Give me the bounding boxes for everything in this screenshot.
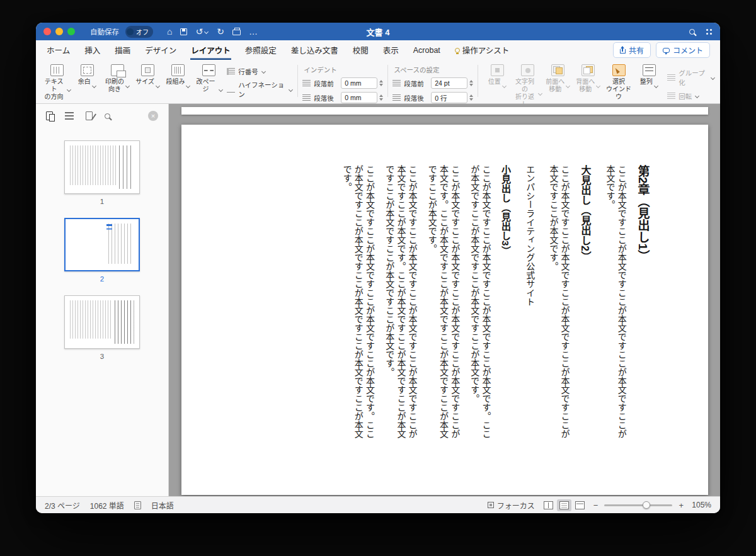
- margins-button[interactable]: 余白: [72, 62, 101, 93]
- page-number-2: 2: [100, 275, 104, 283]
- page-break-button[interactable]: 改ページ: [194, 62, 223, 101]
- toggle-knob-icon: [127, 28, 134, 35]
- tab-references[interactable]: 参照設定: [244, 40, 277, 60]
- hyphenation-icon: [227, 87, 235, 93]
- autosave-toggle[interactable]: オフ: [125, 26, 153, 38]
- rotate-button[interactable]: 回転: [667, 91, 715, 101]
- search-icon[interactable]: [689, 29, 695, 35]
- tab-mailings[interactable]: 差し込み文書: [290, 40, 339, 60]
- chevron-down-icon: [538, 91, 542, 96]
- chevron-down-icon: [289, 88, 293, 92]
- word-window: 自動保存 オフ ⌂ ↺ ↻ … 文書 4 ホーム 挿入 描画 デザイン: [36, 23, 720, 513]
- chevron-down-icon: [596, 84, 600, 88]
- tab-acrobat[interactable]: Acrobat: [413, 40, 441, 60]
- app-options-icon[interactable]: [705, 28, 713, 35]
- comments-view-icon[interactable]: [86, 111, 93, 120]
- status-bar: 2/3 ページ 1062 単語 日本語 フォーカス − + 105%: [36, 496, 720, 513]
- thumbnail-content: [71, 224, 134, 266]
- tab-home[interactable]: ホーム: [46, 40, 71, 60]
- previous-page-edge: [181, 107, 708, 115]
- spacing-after-input[interactable]: 0 行: [431, 92, 467, 103]
- focus-mode-button[interactable]: フォーカス: [488, 500, 535, 511]
- spacing-before-input[interactable]: 24 pt: [431, 77, 467, 89]
- navigation-pane: × 1 2 3: [36, 104, 169, 496]
- tab-draw[interactable]: 描画: [114, 40, 131, 60]
- document-page[interactable]: 第2章（見出し1） ここが本文ですここが本文ですここが本文ですここが本文ですここ…: [181, 125, 708, 495]
- page-size-button[interactable]: サイズ: [134, 62, 163, 93]
- text-direction-icon: [50, 64, 64, 76]
- sidebar-search-icon[interactable]: [105, 113, 110, 119]
- read-mode-button[interactable]: [541, 499, 556, 511]
- indent-after-label: 段落後: [314, 93, 338, 103]
- send-backward-button[interactable]: 背面へ移動: [574, 62, 603, 93]
- hyphenation-button[interactable]: ハイフネーション: [227, 80, 293, 99]
- close-pane-icon[interactable]: ×: [148, 111, 158, 121]
- close-window-button[interactable]: [43, 28, 51, 35]
- page-thumbnail-3[interactable]: [64, 295, 140, 349]
- share-button[interactable]: 共有: [613, 42, 651, 58]
- stepper-arrows-icon[interactable]: [469, 94, 473, 101]
- zoom-slider[interactable]: [604, 504, 672, 506]
- zoom-in-icon[interactable]: +: [679, 501, 684, 510]
- home-icon[interactable]: ⌂: [167, 27, 172, 36]
- indent-group: インデント 段落前 0 mm 段落後 0 mm: [302, 62, 383, 100]
- page-thumbnail-2[interactable]: [64, 218, 140, 271]
- proofing-icon[interactable]: [134, 501, 141, 509]
- language-indicator[interactable]: 日本語: [151, 500, 174, 511]
- tab-layout[interactable]: レイアウト: [190, 40, 231, 60]
- zoom-level[interactable]: 105%: [690, 501, 711, 509]
- more-commands-icon[interactable]: …: [249, 27, 258, 36]
- tab-view[interactable]: 表示: [382, 40, 399, 60]
- send-backward-icon: [581, 64, 595, 76]
- tab-insert[interactable]: 挿入: [84, 40, 101, 60]
- save-icon[interactable]: [180, 28, 187, 35]
- zoom-out-icon[interactable]: −: [593, 501, 598, 510]
- text-direction-button[interactable]: テキストの方向: [42, 62, 71, 101]
- page-size-icon: [141, 64, 154, 76]
- chevron-down-icon[interactable]: [204, 30, 209, 34]
- indent-after-input[interactable]: 0 mm: [341, 92, 377, 103]
- site-line: エンパシーライティング公式サイト: [524, 165, 536, 443]
- wrap-text-button[interactable]: 文字列の折り返し: [513, 62, 542, 108]
- headings-view-icon[interactable]: [65, 112, 74, 120]
- zoom-window-button[interactable]: [67, 28, 75, 35]
- orientation-button[interactable]: 印刷の向き: [103, 62, 132, 93]
- read-mode-icon: [544, 501, 553, 509]
- stepper-arrows-icon[interactable]: [379, 80, 383, 86]
- page-break-icon: [202, 64, 215, 76]
- bring-forward-button[interactable]: 前面へ移動: [544, 62, 573, 93]
- document-canvas[interactable]: 第2章（見出し1） ここが本文ですここが本文ですここが本文ですここが本文ですここ…: [169, 104, 720, 496]
- tab-review[interactable]: 校閲: [352, 40, 369, 60]
- undo-icon[interactable]: ↺: [195, 27, 203, 36]
- print-icon[interactable]: [232, 30, 241, 35]
- vertical-text-body[interactable]: 第2章（見出し1） ここが本文ですここが本文ですここが本文ですここが本文ですここ…: [215, 165, 650, 443]
- minimize-window-button[interactable]: [55, 28, 63, 35]
- stepper-arrows-icon[interactable]: [469, 80, 473, 86]
- selection-pane-button[interactable]: 選択ウインドウ: [604, 62, 633, 101]
- align-button[interactable]: 整列: [634, 62, 663, 93]
- position-button[interactable]: 位置: [483, 62, 512, 93]
- chevron-down-icon: [711, 76, 715, 80]
- columns-button[interactable]: 段組み: [164, 62, 193, 93]
- tab-design[interactable]: デザイン: [144, 40, 177, 60]
- line-numbers-button[interactable]: 行番号: [227, 67, 293, 76]
- body-paragraph: ここが本文ですここが本文ですここが本文ですここが本文ですここが本文ですここが本文…: [547, 165, 570, 443]
- thumbnails-view-icon[interactable]: [46, 111, 53, 120]
- web-layout-button[interactable]: [573, 499, 587, 511]
- zoom-slider-thumb[interactable]: [643, 501, 650, 509]
- align-icon: [643, 64, 656, 76]
- tab-tell-me[interactable]: 操作アシスト: [454, 40, 510, 60]
- indent-before-label: 段落前: [314, 79, 338, 88]
- indent-after-icon: [302, 94, 311, 101]
- page-indicator[interactable]: 2/3 ページ: [45, 500, 80, 511]
- indent-before-input[interactable]: 0 mm: [341, 77, 377, 89]
- page-thumbnail-1[interactable]: [64, 140, 140, 194]
- redo-icon[interactable]: ↻: [217, 27, 224, 36]
- stepper-arrows-icon[interactable]: [379, 94, 383, 101]
- print-layout-button[interactable]: [557, 499, 571, 511]
- word-count[interactable]: 1062 単語: [90, 500, 124, 511]
- group-objects-button[interactable]: グループ化: [667, 68, 715, 87]
- comments-button[interactable]: コメント: [656, 42, 710, 58]
- spacing-before-icon: [392, 80, 401, 87]
- arrange-group: 位置 文字列の折り返し 前面へ移動 背面へ移動 選択ウインドウ 整列: [483, 62, 715, 100]
